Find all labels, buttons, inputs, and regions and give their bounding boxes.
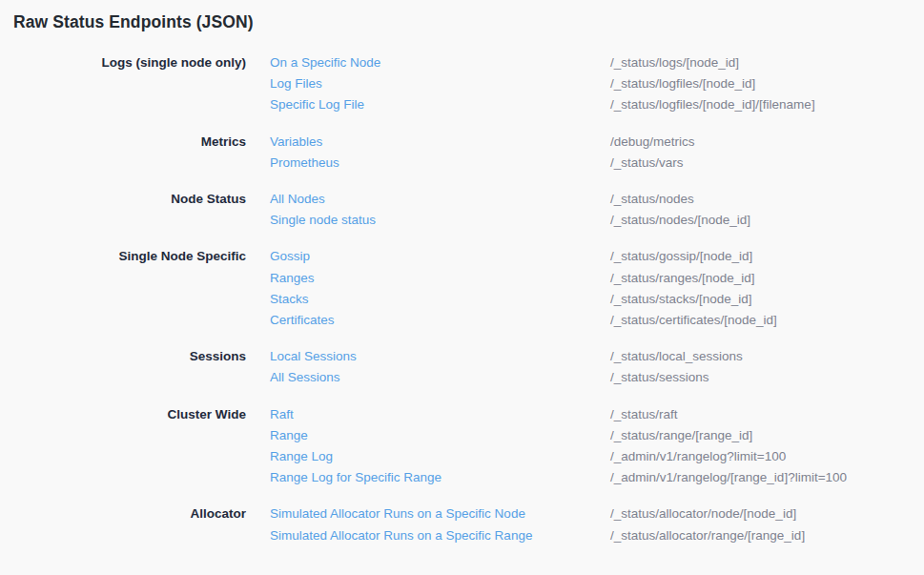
endpoint-path: /_admin/v1/rangelog?limit=100 (610, 446, 924, 467)
endpoint-link[interactable]: Range Log (270, 446, 333, 467)
links-column: On a Specific Node Log Files Specific Lo… (270, 52, 610, 116)
links-column: Local Sessions All Sessions (270, 346, 610, 388)
debug-page: Raw Status Endpoints (JSON) Logs (single… (0, 0, 924, 546)
category-label: Node Status (13, 189, 246, 210)
endpoint-path: /_status/logs/[node_id] (610, 52, 924, 73)
endpoint-link[interactable]: Local Sessions (270, 346, 357, 367)
endpoint-path: /_status/sessions (610, 367, 924, 388)
endpoint-path: /_status/allocator/range/[range_id] (610, 525, 924, 546)
links-column: Simulated Allocator Runs on a Specific N… (270, 503, 610, 545)
links-column: All Nodes Single node status (270, 189, 610, 231)
paths-column: /_status/local_sessions /_status/session… (610, 346, 924, 388)
paths-column: /_status/nodes /_status/nodes/[node_id] (610, 189, 924, 231)
category-label: Single Node Specific (13, 246, 246, 267)
endpoint-link[interactable]: Range Log for Specific Range (270, 467, 441, 488)
links-column: Variables Prometheus (270, 132, 610, 174)
category-label: Logs (single node only) (13, 52, 246, 73)
endpoint-group: Logs (single node only) On a Specific No… (13, 52, 924, 116)
endpoint-path: /_admin/v1/rangelog/[range_id]?limit=100 (610, 467, 924, 488)
paths-column: /debug/metrics /_status/vars (610, 132, 924, 174)
endpoint-link[interactable]: Gossip (270, 246, 310, 267)
endpoint-link[interactable]: Variables (270, 132, 322, 153)
endpoint-link[interactable]: Range (270, 425, 308, 446)
endpoint-path: /_status/stacks/[node_id] (610, 289, 924, 310)
endpoint-group: Allocator Simulated Allocator Runs on a … (13, 503, 924, 545)
category-label: Allocator (13, 503, 246, 524)
paths-column: /_status/allocator/node/[node_id] /_stat… (610, 503, 924, 545)
endpoint-group: Single Node Specific Gossip Ranges Stack… (13, 246, 924, 331)
endpoint-path: /_status/raft (610, 404, 924, 425)
endpoint-path: /_status/nodes/[node_id] (610, 210, 924, 231)
endpoint-group: Node Status All Nodes Single node status… (13, 189, 924, 231)
endpoint-path: /_status/logfiles/[node_id] (610, 73, 924, 94)
endpoint-group: Metrics Variables Prometheus /debug/metr… (13, 132, 924, 174)
endpoint-path: /debug/metrics (610, 132, 924, 153)
endpoint-link[interactable]: Prometheus (270, 153, 339, 174)
endpoint-path: /_status/certificates/[node_id] (610, 310, 924, 331)
paths-column: /_status/logs/[node_id] /_status/logfile… (610, 52, 924, 116)
links-column: Raft Range Range Log Range Log for Speci… (270, 404, 610, 489)
endpoint-link[interactable]: Specific Log File (270, 94, 364, 115)
endpoint-path: /_status/allocator/node/[node_id] (610, 503, 924, 524)
endpoint-link[interactable]: All Sessions (270, 367, 340, 388)
endpoint-path: /_status/ranges/[node_id] (610, 268, 924, 289)
endpoint-link[interactable]: Ranges (270, 268, 315, 289)
endpoint-path: /_status/gossip/[node_id] (610, 246, 924, 267)
endpoint-path: /_status/range/[range_id] (610, 425, 924, 446)
paths-column: /_status/gossip/[node_id] /_status/range… (610, 246, 924, 331)
endpoint-path: /_status/local_sessions (610, 346, 924, 367)
endpoint-group: Cluster Wide Raft Range Range Log Range … (13, 404, 924, 489)
endpoint-table: Logs (single node only) On a Specific No… (13, 52, 924, 546)
category-label: Sessions (13, 346, 246, 367)
category-label: Metrics (13, 132, 246, 153)
endpoint-link[interactable]: Raft (270, 404, 294, 425)
endpoint-path: /_status/vars (610, 153, 924, 174)
paths-column: /_status/raft /_status/range/[range_id] … (610, 404, 924, 489)
endpoint-group: Sessions Local Sessions All Sessions /_s… (13, 346, 924, 388)
page-title: Raw Status Endpoints (JSON) (13, 12, 924, 32)
endpoint-link[interactable]: Simulated Allocator Runs on a Specific R… (270, 525, 532, 546)
endpoint-link[interactable]: Log Files (270, 73, 322, 94)
endpoint-path: /_status/logfiles/[node_id]/[filename] (610, 94, 924, 115)
endpoint-path: /_status/nodes (610, 189, 924, 210)
endpoint-link[interactable]: Certificates (270, 310, 335, 331)
endpoint-link[interactable]: Single node status (270, 210, 376, 231)
category-label: Cluster Wide (13, 404, 246, 425)
endpoint-link[interactable]: On a Specific Node (270, 52, 380, 73)
endpoint-link[interactable]: Simulated Allocator Runs on a Specific N… (270, 503, 525, 524)
endpoint-link[interactable]: All Nodes (270, 189, 325, 210)
links-column: Gossip Ranges Stacks Certificates (270, 246, 610, 331)
endpoint-link[interactable]: Stacks (270, 289, 309, 310)
